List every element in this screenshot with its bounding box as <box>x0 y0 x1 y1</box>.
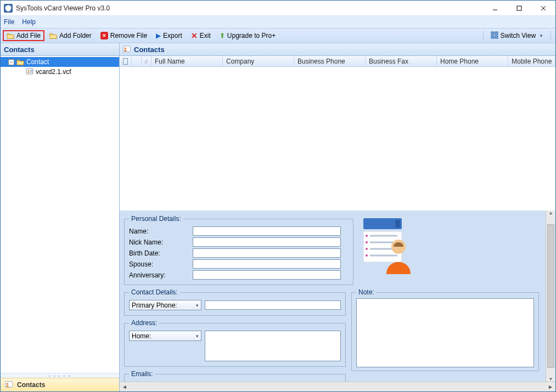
toolbar-separator <box>551 31 551 41</box>
menu-bar: File Help <box>1 16 555 29</box>
body: Contacts − Contact vcard2.1.vcf <box>1 43 555 391</box>
svg-point-14 <box>7 383 9 385</box>
play-icon: ▶ <box>156 32 161 39</box>
svg-point-22 <box>366 241 368 243</box>
app-window: SysTools vCard Viewer Pro v3.0 File Help… <box>0 0 556 392</box>
svg-rect-18 <box>395 220 400 228</box>
add-folder-button[interactable]: Add Folder <box>46 30 96 41</box>
window-title: SysTools vCard Viewer Pro v3.0 <box>16 4 483 12</box>
tree-file-label: vcard2.1.vcf <box>36 68 71 76</box>
svg-point-20 <box>366 235 368 237</box>
address-textarea[interactable] <box>205 331 341 361</box>
horizontal-scrollbar[interactable]: ◄ ► <box>120 382 555 391</box>
export-button[interactable]: ▶ Export <box>152 30 186 41</box>
address-type-select[interactable]: Home: ▾ <box>129 331 201 341</box>
contact-details-group: Contact Details: Primary Phone: ▾ <box>124 288 346 316</box>
chevron-down-icon: ▾ <box>196 333 199 339</box>
title-bar: SysTools vCard Viewer Pro v3.0 <box>1 1 555 16</box>
left-panel: Contacts − Contact vcard2.1.vcf <box>1 43 120 391</box>
contacts-grid-title: Contacts <box>134 46 165 54</box>
svg-point-26 <box>366 254 368 257</box>
switch-view-label: Switch View <box>501 32 536 39</box>
maximize-button[interactable] <box>507 1 531 15</box>
col-home-phone[interactable]: Home Phone <box>437 56 508 66</box>
tree-root-label: Contact <box>26 58 49 66</box>
col-company[interactable]: Company <box>223 56 294 66</box>
add-file-button[interactable]: Add File <box>3 30 44 41</box>
birthdate-label: Birth Date: <box>129 249 189 257</box>
svg-rect-1 <box>517 6 521 10</box>
nav-contacts-button[interactable]: Contacts <box>1 378 119 391</box>
col-mobile-phone[interactable]: Mobile Phone <box>508 56 555 66</box>
add-file-label: Add File <box>16 32 41 39</box>
details-pane: Personal Details: Name: Nick Name: Birth… <box>120 211 555 382</box>
personal-details-legend: Personal Details: <box>129 215 183 223</box>
toolbar-separator <box>483 31 484 41</box>
col-full-name[interactable]: Full Name <box>151 56 223 66</box>
exit-button[interactable]: ✕ Exit <box>187 30 215 41</box>
emails-group: Emails: <box>124 370 346 382</box>
col-checkbox[interactable] <box>120 56 132 66</box>
collapse-icon[interactable]: − <box>8 59 14 65</box>
scrollbar-thumb[interactable] <box>547 224 554 368</box>
remove-icon: ✕ <box>100 32 108 39</box>
primary-phone-select[interactable]: Primary Phone: ▾ <box>129 300 201 310</box>
tree-root-contact[interactable]: − Contact <box>1 57 119 67</box>
folder-tree[interactable]: − Contact vcard2.1.vcf <box>1 56 119 373</box>
folder-open-icon <box>7 32 14 39</box>
note-group: Note: <box>351 288 539 371</box>
note-legend: Note: <box>356 288 377 296</box>
anniversary-label: Anniversary: <box>129 271 189 279</box>
vertical-scrollbar[interactable]: ▲ ▼ <box>546 211 555 382</box>
contact-photo-placeholder <box>359 215 414 275</box>
splitter-grip[interactable]: • • • • • <box>1 373 119 378</box>
col-attachment-icon[interactable] <box>142 56 151 66</box>
app-icon <box>4 4 13 13</box>
right-panel: Contacts Full Name Company Business Phon… <box>120 43 555 391</box>
spouse-field[interactable] <box>193 259 341 269</box>
nickname-label: Nick Name: <box>129 238 189 246</box>
name-field[interactable] <box>193 226 341 236</box>
primary-phone-field[interactable] <box>205 300 341 310</box>
vcard-file-icon <box>26 67 33 77</box>
menu-help[interactable]: Help <box>22 18 36 26</box>
person-card-icon <box>5 380 13 390</box>
window-controls <box>483 1 555 15</box>
add-folder-label: Add Folder <box>59 32 92 39</box>
note-textarea[interactable] <box>356 298 534 367</box>
col-business-phone[interactable]: Business Phone <box>294 56 366 66</box>
address-group: Address: Home: ▾ <box>124 319 346 367</box>
upgrade-button[interactable]: ⬆ Upgrade to Pro+ <box>216 30 279 41</box>
svg-rect-6 <box>491 36 494 38</box>
person-card-icon <box>123 45 131 54</box>
emails-legend: Emails: <box>129 370 155 378</box>
switch-view-button[interactable]: Switch View ▼ <box>487 30 547 42</box>
export-label: Export <box>163 32 182 39</box>
col-business-fax[interactable]: Business Fax <box>366 56 437 66</box>
svg-rect-7 <box>495 36 498 38</box>
col-flag-icon[interactable] <box>132 56 142 66</box>
anniversary-field[interactable] <box>193 270 341 280</box>
remove-file-button[interactable]: ✕ Remove File <box>97 30 151 41</box>
scroll-left-icon[interactable]: ◄ <box>122 384 127 390</box>
address-legend: Address: <box>129 319 159 327</box>
close-icon: ✕ <box>191 32 198 39</box>
folder-open-icon <box>49 32 57 39</box>
svg-rect-4 <box>491 32 494 35</box>
grid-body[interactable] <box>120 67 555 211</box>
nickname-field[interactable] <box>193 237 341 247</box>
tree-file-item[interactable]: vcard2.1.vcf <box>1 67 119 77</box>
close-button[interactable] <box>531 1 555 15</box>
birthdate-field[interactable] <box>193 248 341 258</box>
chevron-down-icon: ▾ <box>196 303 199 308</box>
scroll-right-icon[interactable]: ► <box>548 384 553 390</box>
toolbar: Add File Add Folder ✕ Remove File ▶ Expo… <box>1 29 555 43</box>
minimize-button[interactable] <box>483 1 507 15</box>
upgrade-label: Upgrade to Pro+ <box>227 32 276 39</box>
svg-point-9 <box>28 70 30 71</box>
arrow-up-icon: ⬆ <box>220 32 225 39</box>
exit-label: Exit <box>200 32 211 39</box>
folder-open-icon <box>16 59 24 65</box>
grid-columns: Full Name Company Business Phone Busines… <box>120 56 555 67</box>
menu-file[interactable]: File <box>4 18 14 26</box>
